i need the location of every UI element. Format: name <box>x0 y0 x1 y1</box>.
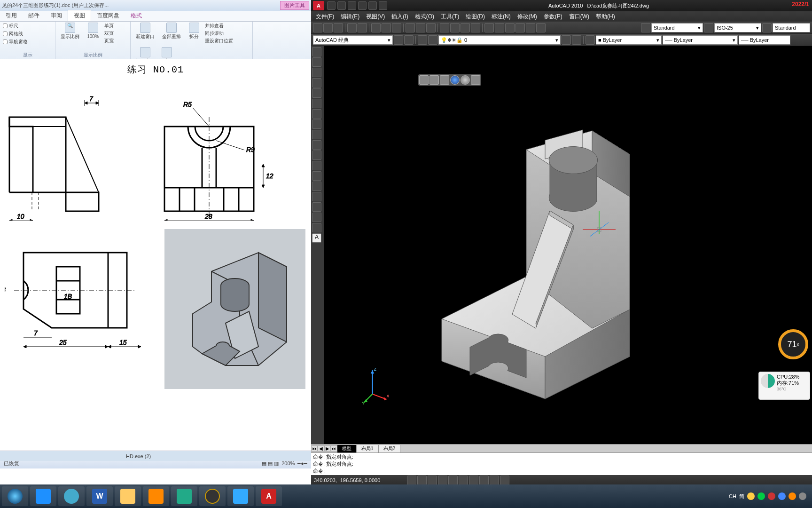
dyn-toggle[interactable] <box>479 476 489 485</box>
table-icon[interactable] <box>312 223 321 232</box>
autocad-logo-icon[interactable]: A <box>313 1 324 10</box>
workspace-select[interactable]: AutoCAD 经典▾ <box>313 35 393 45</box>
tablestyle-icon[interactable] <box>762 23 772 32</box>
textstyle-icon[interactable] <box>641 23 650 32</box>
qp-toggle[interactable] <box>500 476 509 485</box>
vs-3dhidden-icon[interactable] <box>440 75 449 85</box>
layer-states-icon[interactable] <box>428 35 437 45</box>
designcenter-icon[interactable] <box>495 23 504 32</box>
vs-3dwireframe-icon[interactable] <box>429 75 439 85</box>
preview-icon[interactable] <box>358 23 367 32</box>
tab-baidupan[interactable]: 百度网盘 <box>91 10 125 21</box>
linetype-select[interactable]: ── ByLayer▾ <box>663 35 738 45</box>
vs-conceptual-icon[interactable] <box>461 75 470 85</box>
toolbar-icon[interactable] <box>404 35 414 45</box>
zoom-slider[interactable]: ━●━ <box>297 460 307 467</box>
tab-format[interactable]: 格式 <box>125 10 148 21</box>
sheetset-icon[interactable] <box>515 23 525 32</box>
tab-layout2[interactable]: 布局2 <box>379 445 401 452</box>
tab-first-icon[interactable]: ⏮ <box>311 445 318 452</box>
task-app3[interactable] <box>171 486 197 506</box>
menu-tools[interactable]: 工具(T) <box>441 13 459 21</box>
qat-new-icon[interactable] <box>327 1 336 10</box>
zoom-realtime-icon[interactable] <box>450 23 460 32</box>
pan-icon[interactable] <box>440 23 449 32</box>
line-icon[interactable] <box>312 47 321 56</box>
tab-review[interactable]: 审阅 <box>45 10 68 21</box>
spline-icon[interactable] <box>312 130 321 139</box>
qat-print-icon[interactable] <box>379 1 387 10</box>
tray-icon-5[interactable] <box>789 492 796 500</box>
toolpalette-icon[interactable] <box>505 23 515 32</box>
layer-manager-icon[interactable] <box>418 35 427 45</box>
vs-realistic-icon[interactable] <box>450 75 460 85</box>
menu-dimension[interactable]: 标注(N) <box>492 13 511 21</box>
file-item[interactable]: HD.exe (2) <box>126 453 151 459</box>
tray-icon-6[interactable] <box>799 492 806 500</box>
qat-open-icon[interactable] <box>337 1 346 10</box>
layer-select[interactable]: 💡❄☀🔒 0▾ <box>438 35 561 45</box>
tray-icon-2[interactable] <box>757 492 765 500</box>
paste-icon[interactable] <box>392 23 401 32</box>
new-window-button[interactable]: 新建窗口 <box>133 23 157 40</box>
tab-next-icon[interactable]: ▶ <box>324 445 331 452</box>
circle-icon[interactable] <box>312 109 321 119</box>
quickcalc-icon[interactable] <box>536 23 546 32</box>
new-icon[interactable] <box>313 23 322 32</box>
qat-redo-icon[interactable] <box>368 1 377 10</box>
cmd-prompt[interactable]: 命令: <box>313 468 810 475</box>
pline-icon[interactable] <box>312 68 321 77</box>
polar-toggle[interactable] <box>438 476 447 485</box>
menu-modify[interactable]: 修改(M) <box>517 13 537 21</box>
zoom-window-icon[interactable] <box>461 23 470 32</box>
block-icon[interactable] <box>312 171 321 181</box>
ellipsearc-icon[interactable] <box>312 151 321 160</box>
grid-toggle[interactable] <box>417 476 427 485</box>
tray-icon-1[interactable] <box>747 492 755 500</box>
dimstyle-icon[interactable] <box>704 23 713 32</box>
menu-help[interactable]: 帮助(H) <box>596 13 615 21</box>
layer-match-icon[interactable] <box>572 35 581 45</box>
plot-icon[interactable] <box>347 23 357 32</box>
markup-icon[interactable] <box>526 23 535 32</box>
point-icon[interactable] <box>312 182 321 191</box>
open-icon[interactable] <box>323 23 333 32</box>
one-page-button[interactable]: 单页 <box>104 23 114 29</box>
lang-indicator[interactable]: CH <box>729 493 736 499</box>
snap-toggle[interactable] <box>407 476 416 485</box>
lineweight-select[interactable]: ── ByLayer <box>739 35 790 45</box>
rectangle-icon[interactable] <box>312 88 321 98</box>
split-button[interactable]: 拆分 <box>186 23 202 40</box>
cut-icon[interactable] <box>371 23 381 32</box>
tab-references[interactable]: 引用 <box>0 10 23 21</box>
mtext-icon[interactable]: A <box>312 233 321 243</box>
ducs-toggle[interactable] <box>469 476 478 485</box>
tab-mail[interactable]: 邮件 <box>23 10 45 21</box>
properties-icon[interactable] <box>484 23 494 32</box>
side-by-side-button[interactable]: 并排查看 <box>205 23 233 29</box>
task-app2[interactable] <box>143 486 169 506</box>
zoom-level[interactable]: 200% <box>281 460 295 466</box>
ortho-toggle[interactable] <box>428 476 437 485</box>
qat-save-icon[interactable] <box>348 1 356 10</box>
tab-last-icon[interactable]: ⏭ <box>331 445 337 452</box>
start-button[interactable] <box>2 486 28 506</box>
page-width-button[interactable]: 页宽 <box>104 38 114 44</box>
reset-pos-button[interactable]: 重设窗口位置 <box>205 38 233 44</box>
menu-draw[interactable]: 绘图(D) <box>466 13 485 21</box>
workspace-settings-icon[interactable] <box>394 35 403 45</box>
otrack-toggle[interactable] <box>459 476 468 485</box>
insert-icon[interactable] <box>312 161 321 170</box>
two-page-button[interactable]: 双页 <box>104 30 114 37</box>
gradient-icon[interactable] <box>312 202 321 212</box>
menu-parametric[interactable]: 参数(P) <box>544 13 562 21</box>
menu-format[interactable]: 格式(O) <box>415 13 434 21</box>
menu-window[interactable]: 窗口(W) <box>569 13 589 21</box>
layer-prev-icon[interactable] <box>562 35 571 45</box>
tab-view[interactable]: 视图 <box>68 10 91 21</box>
tab-model[interactable]: 模型 <box>337 445 357 452</box>
color-select[interactable]: ■ ByLayer▾ <box>596 35 662 45</box>
tab-prev-icon[interactable]: ◀ <box>318 445 324 452</box>
arc-icon[interactable] <box>312 99 321 108</box>
textstyle-select[interactable]: Standard▾ <box>651 23 703 32</box>
